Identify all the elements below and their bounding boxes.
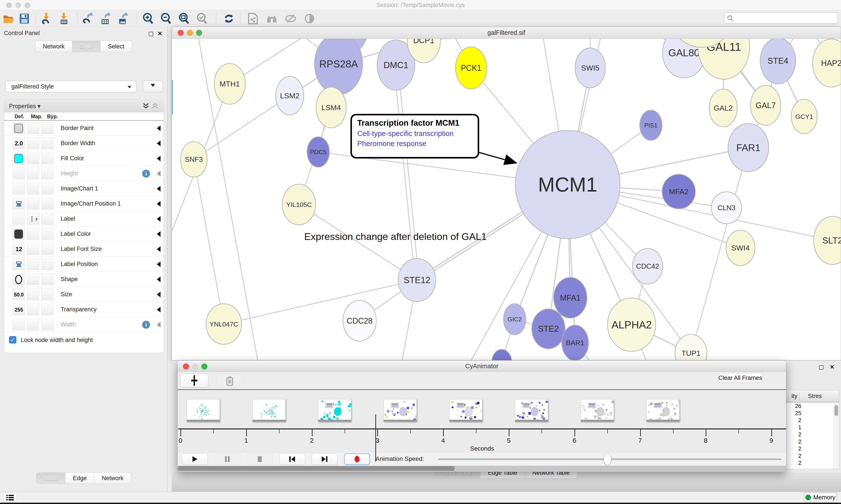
color-swatch[interactable] [14, 230, 23, 239]
property-row-fill-color[interactable]: Fill Color [4, 151, 164, 166]
network-file-icon[interactable] [247, 12, 259, 25]
mapping-value-cell[interactable] [27, 258, 39, 270]
bypass-value-cell[interactable] [41, 183, 54, 194]
add-frame-button[interactable] [180, 374, 208, 387]
network-node-ste12[interactable]: STE12 [398, 258, 436, 302]
tab-style[interactable]: Style [72, 41, 100, 52]
table-row[interactable]: 1 [786, 424, 839, 431]
task-history-button[interactable] [3, 493, 17, 502]
property-row-height[interactable]: Heighti [4, 166, 164, 181]
expand-property-icon[interactable] [157, 216, 161, 222]
mapping-value-cell[interactable] [27, 168, 39, 179]
default-value-cell[interactable] [13, 319, 25, 330]
property-row-border-paint[interactable]: Border Paint [4, 121, 164, 136]
network-node-yil105c[interactable]: YIL105C [282, 184, 316, 225]
bypass-value-cell[interactable] [41, 304, 54, 315]
mapping-value-cell[interactable] [27, 152, 39, 164]
show-graphics-details-icon[interactable] [303, 12, 316, 25]
bypass-value-cell[interactable] [41, 198, 54, 210]
default-value-cell[interactable]: 12 [13, 243, 25, 255]
import-table-icon[interactable] [57, 12, 70, 25]
property-row-image-chart-position-1[interactable]: Image/Chart Position 1 [4, 196, 164, 211]
default-value-cell[interactable] [13, 198, 25, 210]
annotation-box[interactable]: Transcription factor MCM1 Cell-type-spec… [351, 114, 479, 159]
default-value-cell[interactable] [13, 258, 25, 270]
bypass-value-cell[interactable] [41, 228, 54, 240]
open-session-icon[interactable] [3, 12, 15, 25]
table-row[interactable]: 25 [786, 410, 839, 417]
pause-button[interactable] [214, 453, 240, 465]
memory-button[interactable]: Memory [804, 492, 837, 502]
expand-property-icon[interactable] [157, 186, 161, 192]
expand-all-icon[interactable] [143, 103, 149, 109]
table-scrollbar[interactable] [833, 403, 839, 469]
zoom-out-icon[interactable] [160, 12, 173, 25]
network-node-alpha2[interactable]: ALPHA2 [608, 298, 656, 352]
zoom-selected-icon[interactable] [196, 12, 209, 25]
network-node-mcm1[interactable]: MCM1 [515, 130, 620, 239]
mapping-value-cell[interactable] [27, 273, 39, 285]
color-swatch[interactable] [14, 154, 23, 163]
network-node-pdc5[interactable]: PDC5 [307, 137, 329, 167]
network-edge[interactable] [424, 39, 702, 40]
cyanimator-titlebar[interactable]: CyAnimator [178, 361, 786, 372]
bypass-value-cell[interactable] [41, 289, 54, 300]
float-panel-icon[interactable]: ▢ [819, 364, 824, 371]
expand-property-icon[interactable] [157, 276, 161, 282]
network-edge[interactable] [194, 96, 290, 159]
network-window-titlebar[interactable]: galFiltered.sif [172, 27, 841, 39]
network-node-pis1[interactable]: PIS1 [640, 110, 662, 140]
network-edge[interactable] [194, 159, 224, 324]
network-node-mfa1[interactable]: MFA1 [554, 277, 587, 318]
table-row[interactable]: 2 [786, 452, 839, 460]
expand-property-icon[interactable] [157, 231, 161, 237]
lock-node-size-checkbox[interactable]: ✓ [9, 336, 16, 343]
network-node-lsm4[interactable]: LSM4 [316, 87, 346, 128]
expand-property-icon[interactable] [157, 262, 161, 267]
network-canvas[interactable]: RPS28BRPS28ADMC1DCP1PCK1SWI5GAL80GAL11ST… [172, 39, 841, 360]
default-value-cell[interactable] [13, 183, 25, 194]
default-value-cell[interactable] [13, 122, 25, 134]
default-value-cell[interactable]: 50.0 [13, 289, 25, 300]
property-row-width[interactable]: Widthi [4, 317, 164, 332]
network-node-hap2[interactable]: HAP2 [812, 39, 841, 87]
export-network-icon[interactable] [82, 12, 94, 25]
color-swatch[interactable] [14, 124, 23, 133]
play-button[interactable] [182, 453, 208, 465]
annotation-link[interactable]: Pheromone response [357, 140, 478, 148]
close-panel-icon[interactable]: ✕ [829, 364, 835, 371]
property-row-transparency[interactable]: 255Transparency [4, 302, 164, 317]
table-row[interactable]: 2 [786, 459, 839, 467]
network-edge[interactable] [224, 280, 417, 324]
network-node-mth1[interactable]: MTH1 [214, 64, 245, 104]
save-session-icon[interactable] [18, 12, 31, 25]
property-row-shape[interactable]: Shape [4, 272, 164, 287]
default-value-cell[interactable] [13, 228, 25, 240]
network-node-ynl047c[interactable]: YNL047C [206, 304, 241, 344]
float-panel-icon[interactable]: ▢ [148, 30, 154, 37]
export-image-icon[interactable] [117, 12, 129, 25]
mapping-value-cell[interactable] [27, 138, 39, 149]
bypass-value-cell[interactable] [41, 138, 54, 149]
network-node-pck1[interactable]: PCK1 [455, 47, 487, 89]
network-node-gal2[interactable]: GAL2 [709, 89, 737, 127]
network-node-cdc28[interactable]: CDC28 [343, 300, 376, 341]
close-panel-icon[interactable]: ✕ [158, 30, 162, 37]
animation-speed-slider[interactable] [438, 452, 781, 466]
default-value-cell[interactable]: 2.0 [13, 138, 25, 149]
table-row[interactable]: 26 [786, 402, 839, 410]
bypass-value-cell[interactable] [41, 319, 54, 330]
bypass-value-cell[interactable] [41, 168, 54, 179]
default-value-cell[interactable] [13, 273, 25, 285]
network-edge[interactable] [398, 65, 419, 280]
network-edge[interactable] [394, 65, 415, 280]
expand-property-icon[interactable] [157, 307, 161, 312]
mapping-value-cell[interactable] [27, 243, 39, 255]
mapping-value-cell[interactable] [27, 198, 39, 210]
default-value-cell[interactable] [13, 152, 25, 164]
property-row-label-font-size[interactable]: 12Label Font Size [4, 241, 164, 257]
timeline-frame-4[interactable] [449, 399, 482, 422]
network-node-gal7[interactable]: GAL7 [751, 85, 781, 125]
delete-frame-button[interactable] [216, 374, 243, 387]
mapping-value-cell[interactable] [27, 122, 39, 134]
